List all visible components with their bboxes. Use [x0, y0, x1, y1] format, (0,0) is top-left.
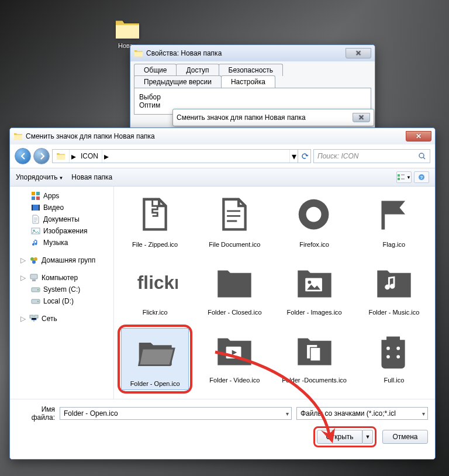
- nav-forward-button[interactable]: [33, 148, 50, 164]
- file-item-full[interactable]: Full.ico: [357, 325, 431, 394]
- chevron-right-icon[interactable]: ▸: [69, 150, 77, 163]
- refresh-icon: [301, 152, 309, 160]
- new-folder-button[interactable]: Новая папка: [71, 173, 112, 181]
- tree-video[interactable]: Видео: [13, 202, 113, 213]
- file-item-folder-documents[interactable]: Folder -Documents.ico: [277, 325, 352, 394]
- file-item-firefox[interactable]: Firefox.ico: [277, 189, 352, 251]
- svg-rect-23: [39, 205, 40, 211]
- file-item-file-document[interactable]: File Document.ico: [197, 189, 272, 251]
- folder-icon: [134, 49, 143, 58]
- music-icon: [31, 238, 40, 247]
- file-item-label: Folder - Open.ico: [130, 380, 180, 387]
- file-item-label: Firefox.ico: [299, 241, 329, 248]
- open-dialog-close-button[interactable]: ✕: [406, 131, 431, 142]
- file-item-label: Flickr.ico: [143, 309, 168, 316]
- tree-network[interactable]: ▷Сеть: [13, 313, 113, 325]
- apps-icon: [31, 191, 40, 201]
- address-bar[interactable]: ▸ ICON ▸ ▾: [52, 149, 311, 163]
- arrow-left-icon: [19, 152, 27, 160]
- drive-icon: [31, 285, 40, 294]
- svg-rect-30: [32, 280, 36, 281]
- file-item-folder-open[interactable]: Folder - Open.ico: [121, 328, 189, 390]
- file-item-flag[interactable]: Flag.ico: [357, 189, 431, 251]
- video-icon: [31, 203, 40, 212]
- arrow-right-icon: [38, 152, 46, 160]
- filename-input[interactable]: Folder - Open.ico: [60, 407, 292, 420]
- cancel-button[interactable]: Отмена: [382, 430, 428, 444]
- folder-icon: [13, 132, 23, 141]
- nav-back-button[interactable]: [15, 148, 31, 164]
- properties-title: Свойства: Новая папка: [146, 49, 222, 57]
- svg-rect-17: [32, 192, 35, 195]
- svg-rect-29: [30, 274, 37, 279]
- search-placeholder: Поиск: ICON: [317, 152, 358, 160]
- help-icon: ?: [418, 174, 425, 181]
- toolbar: Упорядочить▼ Новая папка ▼ ?: [10, 168, 435, 187]
- refresh-button[interactable]: [298, 150, 310, 163]
- path-dropdown[interactable]: ▾: [289, 150, 298, 163]
- tab-customize[interactable]: Настройка: [221, 75, 275, 88]
- tree-computer[interactable]: ▷Компьютер: [13, 272, 113, 284]
- tree-homegroup[interactable]: ▷Домашняя групп: [13, 254, 113, 266]
- tree-documents[interactable]: Документы: [13, 213, 113, 225]
- change-icon-mini-window: Сменить значок для папки Новая папка ✕: [172, 109, 374, 126]
- chevron-right-icon[interactable]: ▸: [102, 150, 110, 163]
- svg-point-28: [32, 260, 36, 264]
- svg-rect-36: [34, 315, 38, 318]
- file-item-label: File - Zipped.ico: [132, 241, 178, 248]
- open-button[interactable]: Открыть: [317, 430, 362, 444]
- tree-drive-d[interactable]: Local (D:): [13, 295, 113, 307]
- tab-previous-versions[interactable]: Предыдущие версии: [134, 75, 222, 88]
- file-item-label: Folder - Images.ico: [287, 309, 342, 316]
- firefox-icon: [292, 196, 337, 234]
- file-grid[interactable]: File - Zipped.ico File Document.ico Fire…: [114, 187, 435, 399]
- help-button[interactable]: ?: [414, 171, 429, 183]
- navigation-row: ▸ ICON ▸ ▾ Поиск: ICON: [10, 144, 435, 168]
- open-button-dropdown[interactable]: ▼: [362, 430, 373, 444]
- open-dialog-titlebar[interactable]: Сменить значок для папки Новая папка ✕: [10, 128, 435, 144]
- navigation-tree[interactable]: Apps Видео Документы Изображения Музыка …: [10, 187, 114, 399]
- file-item-folder-music[interactable]: Folder - Music.ico: [357, 257, 431, 319]
- tab-general[interactable]: Общие: [134, 64, 177, 76]
- open-file-dialog: Сменить значок для папки Новая папка ✕ ▸…: [9, 127, 436, 460]
- file-item-folder-images[interactable]: Folder - Images.ico: [277, 257, 352, 319]
- tree-apps[interactable]: Apps: [13, 190, 113, 202]
- open-button-highlight: Открыть ▼: [313, 426, 377, 447]
- organize-menu[interactable]: Упорядочить▼: [16, 173, 63, 181]
- svg-rect-22: [32, 205, 33, 211]
- file-type-filter[interactable]: Файлы со значками (*.ico;*.icl: [296, 407, 428, 420]
- folder-icon: [56, 152, 65, 160]
- properties-titlebar[interactable]: Свойства: Новая папка ✕: [130, 45, 375, 61]
- tree-drive-c[interactable]: System (C:): [13, 284, 113, 295]
- list-view-icon: [397, 174, 405, 181]
- file-item-folder-video[interactable]: Folder - Video.ico: [197, 325, 272, 394]
- path-segment[interactable]: ICON: [77, 150, 102, 163]
- folder-open-icon: [132, 335, 178, 374]
- dialog-footer: Имя файла: Folder - Open.ico Файлы со зн…: [10, 399, 435, 459]
- tab-sharing[interactable]: Доступ: [176, 64, 219, 76]
- images-icon: [31, 226, 40, 236]
- mini-title: Сменить значок для папки Новая папка: [177, 113, 306, 122]
- computer-icon: [29, 273, 39, 282]
- search-box[interactable]: Поиск: ICON: [313, 149, 430, 163]
- file-item-file-zipped[interactable]: File - Zipped.ico: [118, 189, 192, 251]
- svg-rect-19: [32, 196, 35, 200]
- svg-point-34: [37, 301, 39, 302]
- view-mode-button[interactable]: ▼: [396, 171, 412, 183]
- file-item-folder-closed[interactable]: Folder - Closed.ico: [197, 257, 272, 319]
- tab-security[interactable]: Безопасность: [219, 64, 284, 76]
- homegroup-icon: [29, 256, 39, 265]
- properties-tabs-row1: Общие Доступ Безопасность: [134, 64, 371, 76]
- network-icon: [29, 314, 39, 323]
- svg-point-27: [34, 257, 37, 261]
- tree-music[interactable]: Музыка: [13, 237, 113, 249]
- properties-close-button[interactable]: ✕: [346, 48, 371, 58]
- mini-close-button[interactable]: ✕: [353, 113, 370, 122]
- tree-images[interactable]: Изображения: [13, 225, 113, 237]
- file-item-flickr[interactable]: Flickr.ico: [118, 257, 192, 319]
- svg-point-26: [30, 257, 34, 261]
- folder-video-icon: [212, 332, 257, 370]
- svg-text:?: ?: [420, 175, 423, 180]
- svg-rect-20: [36, 196, 40, 200]
- flag-icon: [371, 196, 417, 234]
